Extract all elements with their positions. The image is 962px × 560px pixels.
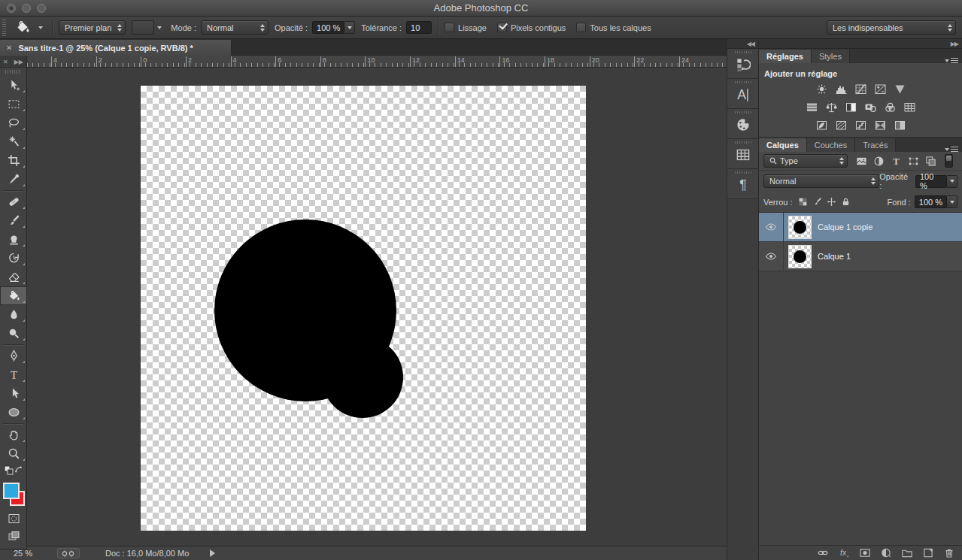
lock-position-icon[interactable]	[824, 196, 839, 208]
collapse-dock-icon[interactable]: ◀◀	[747, 41, 754, 47]
opacity-input[interactable]: 100 %	[312, 21, 344, 34]
channel-mixer-icon[interactable]	[882, 101, 897, 113]
new-adjustment-layer-button[interactable]	[879, 547, 893, 559]
zoom-level-field[interactable]: 25 %	[14, 549, 47, 558]
toolbar-expand-icon[interactable]: ▶▶	[14, 59, 23, 65]
vibrance-icon[interactable]	[892, 83, 907, 95]
layer-effects-button[interactable]: fx	[837, 547, 851, 559]
layer-thumbnail[interactable]	[788, 216, 812, 239]
color-lookup-icon[interactable]	[902, 101, 917, 113]
type-layer-filter-icon[interactable]: T	[888, 154, 904, 168]
status-gears-button[interactable]	[57, 548, 80, 558]
new-group-button[interactable]	[900, 547, 914, 559]
zoom-tool[interactable]	[0, 444, 27, 463]
filter-toggle-switch[interactable]	[945, 154, 953, 168]
levels-icon[interactable]	[833, 83, 848, 95]
photo-filter-icon[interactable]	[863, 101, 878, 113]
layer-opacity-dropdown-icon[interactable]	[947, 175, 957, 188]
selective-color-icon[interactable]	[892, 120, 907, 131]
path-selection-tool[interactable]	[0, 384, 27, 403]
screen-mode-button[interactable]	[0, 527, 27, 544]
options-bar-grip[interactable]	[2, 20, 6, 36]
ellipse-shape-tool[interactable]	[0, 403, 27, 422]
magic-wand-tool[interactable]	[0, 132, 27, 151]
tab-couches[interactable]: Couches	[807, 138, 855, 152]
toolbar-close-icon[interactable]: ✕	[3, 59, 8, 65]
pattern-arrow-icon[interactable]	[157, 26, 162, 29]
pixel-layer-filter-icon[interactable]	[853, 154, 869, 168]
brightness-contrast-icon[interactable]	[814, 83, 829, 95]
character-panel-button[interactable]: A	[727, 79, 759, 109]
color-balance-icon[interactable]	[824, 101, 839, 113]
adjustment-layer-filter-icon[interactable]	[870, 154, 887, 168]
expand-dock-icon[interactable]: ▶▶	[951, 41, 958, 47]
layer-thumbnail[interactable]	[788, 245, 812, 268]
lasso-tool[interactable]	[0, 114, 27, 132]
canvas-viewport[interactable]	[0, 68, 727, 546]
foreground-color-swatch[interactable]	[3, 483, 20, 499]
exposure-icon[interactable]	[872, 83, 888, 95]
hue-saturation-icon[interactable]	[804, 101, 819, 113]
checkbox-tous-les-calques[interactable]: Tous les calques	[576, 23, 651, 32]
tool-preset-arrow-icon[interactable]	[38, 26, 43, 29]
lock-transparency-icon[interactable]	[796, 196, 810, 208]
paint-bucket-icon[interactable]	[13, 20, 35, 36]
quick-mask-button[interactable]	[0, 510, 27, 527]
tab-traces[interactable]: Tracés	[855, 138, 896, 152]
new-layer-button[interactable]	[921, 547, 935, 559]
tolerance-input[interactable]: 10	[406, 21, 432, 34]
document-tab[interactable]: ✕ Sans titre-1 @ 25% (Calque 1 copie, RV…	[0, 40, 232, 56]
checkbox-box[interactable]	[445, 23, 454, 32]
checkbox-pixels-contigus[interactable]: Pixels contigus	[497, 23, 566, 32]
shape-layer-filter-icon[interactable]	[905, 154, 921, 168]
status-options-arrow-icon[interactable]	[210, 549, 215, 557]
layers-panel-menu-icon[interactable]	[945, 147, 958, 152]
history-panel-button[interactable]	[727, 49, 759, 79]
layer-filter-select[interactable]: Type	[763, 154, 848, 168]
layer-fill-input[interactable]: 100 %	[915, 195, 947, 208]
close-tab-icon[interactable]: ✕	[6, 44, 12, 52]
layer-name[interactable]: Calque 1	[818, 252, 851, 261]
adjustments-panel-menu-icon[interactable]	[945, 58, 958, 63]
threshold-icon[interactable]	[853, 120, 868, 131]
checkbox-box[interactable]	[576, 23, 586, 32]
pen-tool[interactable]	[0, 347, 27, 365]
tab-reglages[interactable]: Réglages	[759, 50, 812, 63]
delete-layer-button[interactable]	[942, 547, 956, 559]
spot-healing-tool[interactable]	[0, 192, 27, 211]
brush-tool[interactable]	[0, 211, 27, 230]
layer-visibility-eye-icon[interactable]	[759, 213, 784, 242]
eraser-tool[interactable]	[0, 268, 27, 286]
layer-visibility-eye-icon[interactable]	[759, 242, 784, 271]
paragraph-panel-button[interactable]: ¶	[727, 169, 759, 199]
gradient-map-icon[interactable]	[872, 120, 888, 131]
layer-opacity-input[interactable]: 100 %	[915, 175, 947, 188]
layer-row[interactable]: Calque 1 copie	[759, 213, 962, 242]
checkbox-lissage[interactable]: Lissage	[445, 23, 487, 32]
mode-select[interactable]: Normal	[201, 20, 269, 35]
type-tool[interactable]: T	[0, 365, 27, 384]
layer-fill-dropdown-icon[interactable]	[947, 195, 957, 208]
layer-name[interactable]: Calque 1 copie	[818, 222, 872, 232]
invert-icon[interactable]	[814, 120, 829, 131]
clone-stamp-tool[interactable]	[0, 230, 27, 249]
tab-styles[interactable]: Styles	[812, 50, 850, 63]
paint-bucket-tool[interactable]	[0, 286, 27, 305]
tab-calques[interactable]: Calques	[759, 138, 807, 152]
eyedropper-tool[interactable]	[0, 170, 27, 189]
move-tool[interactable]	[0, 76, 27, 95]
dodge-tool[interactable]	[0, 324, 27, 343]
horizontal-ruler[interactable]: 42024681012141618202224	[27, 56, 727, 68]
default-colors-icon[interactable]	[4, 465, 14, 478]
opacity-dropdown-icon[interactable]	[344, 21, 355, 34]
pattern-swatch[interactable]	[132, 20, 154, 35]
color-panel-button[interactable]	[727, 109, 759, 139]
workspace-select[interactable]: Les indispensables	[827, 20, 956, 35]
smart-object-filter-icon[interactable]	[922, 154, 939, 168]
posterize-icon[interactable]	[833, 120, 848, 131]
black-white-icon[interactable]	[843, 101, 858, 113]
checkbox-box[interactable]	[497, 23, 507, 32]
lock-all-icon[interactable]	[839, 196, 853, 208]
crop-tool[interactable]	[0, 151, 27, 170]
canvas[interactable]	[141, 86, 586, 531]
